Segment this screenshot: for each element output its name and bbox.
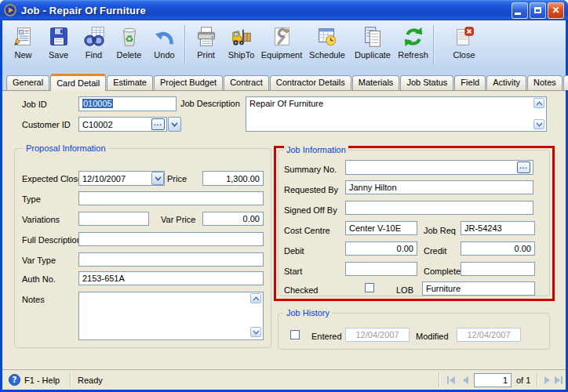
- modified-date-input: [457, 328, 521, 342]
- close-window-button[interactable]: ✕: [548, 2, 564, 19]
- status-text: Ready: [78, 376, 103, 385]
- close-record-button[interactable]: Close: [446, 23, 482, 60]
- tab-activity[interactable]: Activity: [486, 75, 526, 90]
- close-icon: ✕: [552, 5, 559, 15]
- maximize-button[interactable]: [530, 2, 546, 19]
- duplicate-button[interactable]: Duplicate: [350, 23, 395, 60]
- previous-record-icon: [462, 376, 469, 384]
- customer-id-lookup-button[interactable]: ...: [151, 118, 165, 130]
- checked-label: Checked: [284, 285, 318, 295]
- notes-scroll-up-button[interactable]: [250, 293, 261, 303]
- job-id-input[interactable]: 010005: [78, 96, 177, 111]
- find-button[interactable]: Find: [76, 23, 111, 60]
- lob-input[interactable]: [422, 281, 535, 296]
- app-icon: [4, 4, 16, 16]
- job-history-checkbox[interactable]: [290, 330, 300, 339]
- complete-input[interactable]: [461, 262, 535, 276]
- full-description-input[interactable]: [78, 232, 264, 246]
- customer-id-label: Customer ID: [22, 120, 71, 129]
- tab-contract[interactable]: Contract: [224, 75, 269, 90]
- new-button[interactable]: New: [5, 23, 41, 60]
- expected-close-label: Expected Close: [22, 174, 82, 183]
- debit-input[interactable]: [345, 241, 417, 256]
- debit-label: Debit: [284, 246, 304, 256]
- requested-by-label: Requested By: [284, 185, 338, 194]
- notes-scroll-down-button[interactable]: [250, 327, 261, 337]
- tab-contractor-details[interactable]: Contractor Details: [270, 75, 351, 90]
- chevron-up-icon: [253, 296, 260, 301]
- customer-id-dropdown-button[interactable]: [168, 117, 181, 132]
- auth-no-label: Auth No.: [22, 274, 56, 284]
- undo-arrow-icon: [152, 24, 177, 49]
- title-bar: Job - Repair Of Furniture ✕: [0, 0, 568, 20]
- expected-close-dropdown-button[interactable]: [151, 172, 164, 185]
- svg-text:?: ?: [13, 375, 17, 384]
- tab-general[interactable]: General: [6, 75, 49, 90]
- var-price-input[interactable]: [202, 212, 264, 226]
- undo-button-label: Undo: [154, 50, 174, 60]
- description-scroll-up-button[interactable]: [533, 98, 544, 108]
- schedule-button-label: Schedule: [309, 50, 345, 60]
- next-record-button[interactable]: [541, 374, 553, 387]
- credit-input[interactable]: [461, 241, 535, 256]
- notes-textarea[interactable]: [78, 292, 264, 340]
- signed-off-by-input[interactable]: [345, 201, 533, 215]
- checked-checkbox[interactable]: [365, 283, 374, 292]
- save-button[interactable]: Save: [41, 23, 76, 60]
- close-document-icon: [452, 24, 477, 49]
- first-record-icon: [446, 376, 456, 384]
- job-description-textarea[interactable]: Repair Of Furniture: [246, 96, 547, 132]
- variations-input[interactable]: [78, 212, 149, 226]
- status-bar: ? F1 - Help Ready of 1: [2, 369, 566, 390]
- auth-no-input[interactable]: [78, 271, 264, 285]
- schedule-button[interactable]: Schedule: [304, 23, 350, 60]
- previous-record-button[interactable]: [459, 374, 472, 387]
- chevron-down-icon: [536, 122, 543, 127]
- first-record-button[interactable]: [445, 374, 457, 387]
- tab-job-status[interactable]: Job Status: [400, 75, 453, 90]
- shipto-button[interactable]: ShipTo: [224, 23, 259, 60]
- start-input[interactable]: [345, 262, 417, 276]
- print-button[interactable]: Print: [188, 23, 224, 60]
- requested-by-input[interactable]: [345, 180, 533, 194]
- close-record-button-label: Close: [453, 50, 475, 60]
- entered-date-input: [345, 328, 410, 342]
- help-label: F1 - Help: [24, 376, 60, 385]
- description-scroll-down-button[interactable]: [533, 119, 544, 129]
- tab-project-budget[interactable]: Project Budget: [154, 75, 223, 90]
- var-type-input[interactable]: [78, 252, 264, 267]
- refresh-button[interactable]: Refresh: [395, 23, 431, 60]
- summary-no-input[interactable]: [345, 160, 533, 175]
- minimize-button[interactable]: [512, 2, 528, 19]
- price-input[interactable]: [202, 171, 264, 186]
- type-input[interactable]: [78, 191, 264, 205]
- print-button-label: Print: [197, 50, 215, 60]
- toolbar-separator: [433, 25, 435, 64]
- signed-off-by-label: Signed Off By: [284, 205, 337, 215]
- find-button-label: Find: [86, 50, 102, 60]
- tab-field[interactable]: Field: [454, 75, 486, 90]
- summary-no-lookup-button[interactable]: ...: [517, 162, 530, 173]
- last-record-button[interactable]: [552, 374, 565, 387]
- entered-label: Entered: [311, 332, 342, 341]
- equipment-button[interactable]: Equipment: [259, 23, 304, 60]
- delete-button[interactable]: ♻ Delete: [111, 23, 147, 60]
- tab-estimate[interactable]: Estimate: [107, 75, 153, 90]
- job-description-label: Job Description: [180, 99, 240, 108]
- statusbar-separator: [439, 372, 440, 387]
- page-number-input[interactable]: [474, 373, 512, 387]
- tab-hours[interactable]: Hours: [563, 75, 568, 90]
- variations-label: Variations: [22, 215, 60, 224]
- job-id-selected-text: 010005: [82, 99, 113, 108]
- window-title: Job - Repair Of Furniture: [21, 5, 146, 16]
- tab-bar: General Card Detail Estimate Project Bud…: [6, 74, 568, 90]
- tab-materials[interactable]: Materials: [352, 75, 400, 90]
- cost-centre-input[interactable]: [345, 221, 417, 235]
- tab-notes[interactable]: Notes: [527, 75, 563, 90]
- tab-card-detail[interactable]: Card Detail: [50, 74, 106, 91]
- undo-button[interactable]: Undo: [147, 23, 182, 60]
- job-req-input[interactable]: [461, 221, 535, 235]
- job-history-title: Job History: [284, 308, 332, 318]
- chevron-up-icon: [536, 101, 543, 106]
- find-binoculars-icon: [82, 24, 107, 49]
